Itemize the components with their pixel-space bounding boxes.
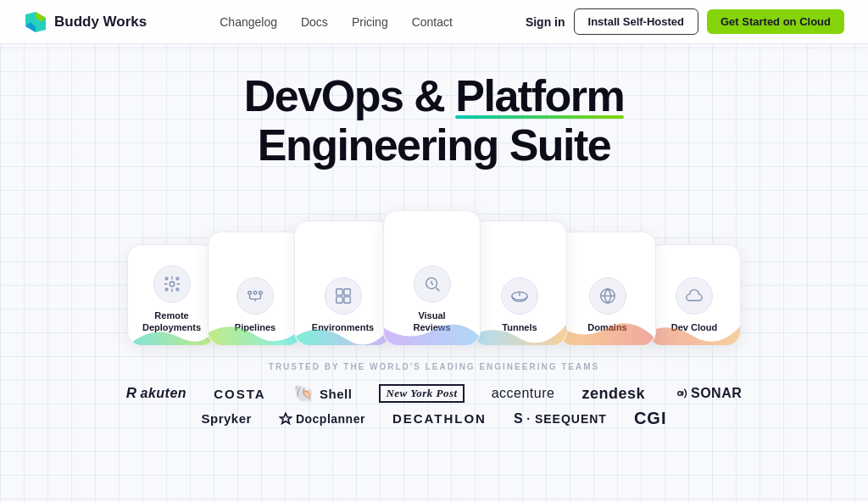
nav-link-contact[interactable]: Contact bbox=[412, 15, 453, 29]
card-pipelines[interactable]: Pipelines bbox=[208, 231, 303, 346]
buddy-logo-icon bbox=[24, 10, 47, 34]
logo-decathlon: DECATHLON bbox=[392, 411, 487, 426]
logo-sonar: SONAR bbox=[672, 386, 742, 401]
hero-title-line1: DevOps & Platform bbox=[244, 71, 624, 120]
nav-link-docs[interactable]: Docs bbox=[301, 15, 328, 29]
hero-title-line2: Engineering Suite bbox=[258, 120, 611, 170]
card-tunnels[interactable]: Tunnels bbox=[472, 220, 567, 346]
logo-spryker: Spryker bbox=[202, 411, 252, 426]
logo-shell: 🐚Shell bbox=[293, 383, 353, 404]
card-label-environments: Environments bbox=[312, 321, 374, 333]
card-remote-deployments[interactable]: Remote Deployments bbox=[127, 244, 216, 346]
card-icon-environments bbox=[325, 277, 362, 315]
card-icon-visual-reviews bbox=[414, 265, 451, 303]
logos-section: Rakuten COSTA 🐚Shell New York Post accen… bbox=[0, 383, 868, 428]
card-icon-domains bbox=[589, 277, 626, 315]
card-label-pipelines: Pipelines bbox=[235, 321, 275, 333]
get-started-cloud-button[interactable]: Get Started on Cloud bbox=[707, 9, 844, 34]
svg-rect-11 bbox=[336, 289, 342, 295]
svg-point-18 bbox=[678, 392, 682, 396]
hero-title: DevOps & Platform Engineering Suite bbox=[0, 71, 868, 170]
logo-costa: COSTA bbox=[214, 387, 265, 401]
svg-point-8 bbox=[248, 292, 252, 295]
card-label-dev-cloud: Dev Cloud bbox=[671, 321, 717, 333]
feature-cards-row: Remote Deployments Pipelines bbox=[0, 193, 868, 346]
card-label-domains: Domains bbox=[587, 321, 626, 333]
card-icon-tunnels bbox=[501, 277, 538, 315]
signin-link[interactable]: Sign in bbox=[526, 15, 565, 29]
card-icon-dev-cloud bbox=[676, 277, 713, 315]
card-label-tunnels: Tunnels bbox=[502, 321, 537, 333]
card-label-deployments: Remote Deployments bbox=[138, 310, 205, 334]
logo-accenture: accenture bbox=[492, 386, 555, 401]
svg-point-7 bbox=[176, 288, 179, 291]
trusted-text: TRUSTED BY THE WORLD'S LEADING ENGINEERI… bbox=[269, 362, 599, 371]
card-icon-pipelines bbox=[236, 277, 274, 315]
logo-seequent: S· SEEQUENT bbox=[514, 411, 607, 427]
logos-row-1: Rakuten COSTA 🐚Shell New York Post accen… bbox=[126, 383, 742, 404]
logo-rakuten: Rakuten bbox=[126, 385, 186, 402]
logo-text: Buddy Works bbox=[54, 14, 147, 31]
card-environments[interactable]: Environments bbox=[294, 220, 392, 346]
hero-section: DevOps & Platform Engineering Suite bbox=[0, 44, 868, 170]
svg-point-6 bbox=[165, 288, 168, 291]
logo-cgi: CGI bbox=[634, 409, 667, 428]
svg-point-3 bbox=[170, 282, 175, 287]
card-icon-deployments bbox=[153, 265, 191, 303]
svg-point-10 bbox=[259, 292, 263, 295]
card-dev-cloud[interactable]: Dev Cloud bbox=[648, 244, 741, 346]
logo-zendesk: zendesk bbox=[581, 385, 645, 403]
card-domains[interactable]: Domains bbox=[559, 231, 656, 346]
install-self-hosted-button[interactable]: Install Self-Hosted bbox=[574, 8, 698, 35]
nav-link-pricing[interactable]: Pricing bbox=[352, 15, 388, 29]
logos-row-2: Spryker Docplanner DECATHLON S· SEEQUENT… bbox=[202, 409, 667, 428]
svg-rect-14 bbox=[343, 297, 349, 303]
nav-link-changelog[interactable]: Changelog bbox=[220, 15, 277, 29]
logo[interactable]: Buddy Works bbox=[24, 10, 147, 34]
nav-links: Changelog Docs Pricing Contact bbox=[220, 15, 453, 29]
nav-actions: Sign in Install Self-Hosted Get Started … bbox=[526, 8, 844, 35]
card-label-visual-reviews: VisualReviews bbox=[413, 310, 450, 334]
svg-rect-12 bbox=[343, 289, 349, 295]
svg-rect-13 bbox=[336, 297, 342, 303]
card-visual-reviews[interactable]: VisualReviews bbox=[383, 210, 481, 346]
logo-docplanner: Docplanner bbox=[279, 412, 365, 426]
svg-point-9 bbox=[253, 292, 257, 295]
svg-point-4 bbox=[165, 277, 168, 280]
svg-point-5 bbox=[176, 277, 179, 280]
hero-platform-word: Platform bbox=[455, 71, 624, 120]
trusted-section: TRUSTED BY THE WORLD'S LEADING ENGINEERI… bbox=[0, 358, 868, 373]
navbar: Buddy Works Changelog Docs Pricing Conta… bbox=[0, 0, 868, 44]
logo-nypost: New York Post bbox=[379, 384, 464, 403]
